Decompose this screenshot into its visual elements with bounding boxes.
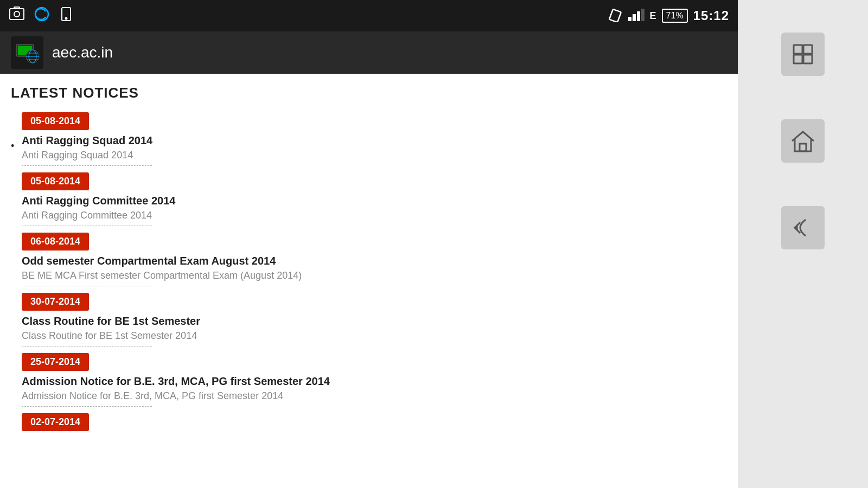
signal-icon [628,7,648,25]
svg-rect-8 [633,14,636,21]
site-url: aec.ac.in [52,44,113,61]
svg-point-5 [66,18,67,20]
list-item[interactable]: 05-08-2014 Anti Ragging Committee 2014 A… [11,172,722,226]
rotate-icon [608,7,623,25]
status-bar: E 71% 15:12 [0,0,738,31]
notice-subtitle-2: Anti Ragging Committee 2014 [22,210,722,221]
content-area: LATEST NOTICES 05-08-2014 Anti Ragging S… [0,74,738,488]
signal-e: E [650,10,656,22]
svg-rect-19 [803,45,812,54]
svg-rect-7 [628,17,631,21]
list-item[interactable]: 02-07-2014 [11,413,722,435]
status-time: 15:12 [693,8,729,23]
notice-title-5: Admission Notice for B.E. 3rd, MCA, PG f… [22,375,722,388]
notice-title-3: Odd semester Compartmental Exam August 2… [22,255,722,267]
svg-rect-0 [10,9,24,20]
photo-icon [9,6,25,25]
notice-divider [22,226,152,226]
notice-title-4: Class Routine for BE 1st Semester [22,315,722,328]
status-bar-left [9,6,74,25]
notice-subtitle-1: Anti Ragging Squad 2014 [22,150,722,161]
notice-divider [22,406,152,407]
list-item[interactable]: 30-07-2014 Class Routine for BE 1st Seme… [11,293,722,346]
svg-rect-6 [609,9,621,22]
notice-title-1: Anti Ragging Squad 2014 [22,134,722,147]
right-panel [738,0,868,488]
notice-divider [22,286,152,286]
svg-rect-10 [641,9,644,21]
tablet-icon [59,7,74,25]
notice-date-5: 25-07-2014 [22,353,89,371]
battery-indicator: 71% [662,9,688,23]
svg-rect-2 [14,7,20,9]
back-button[interactable] [781,206,825,249]
section-title: LATEST NOTICES [11,85,722,101]
list-item[interactable]: 05-08-2014 Anti Ragging Squad 2014 Anti … [11,112,722,166]
notice-date-4: 30-07-2014 [22,293,89,311]
notice-date-3: 06-08-2014 [22,233,89,251]
svg-rect-20 [794,55,802,63]
svg-rect-18 [794,45,802,54]
svg-rect-21 [803,55,812,63]
list-item[interactable]: 25-07-2014 Admission Notice for B.E. 3rd… [11,353,722,407]
notice-date-6: 02-07-2014 [22,413,89,431]
svg-rect-9 [637,11,640,21]
home-button[interactable] [781,119,825,163]
notice-subtitle-4: Class Routine for BE 1st Semester 2014 [22,330,722,342]
notice-divider [22,346,152,346]
svg-rect-22 [800,144,806,151]
notice-date-2: 05-08-2014 [22,172,89,190]
list-item[interactable]: 06-08-2014 Odd semester Compartmental Ex… [11,233,722,286]
notice-title-2: Anti Ragging Committee 2014 [22,195,722,207]
notices-list: 05-08-2014 Anti Ragging Squad 2014 Anti … [11,112,722,435]
notice-date-1: 05-08-2014 [22,112,89,130]
browser-header: aec.ac.in [0,31,738,74]
browser-icon [34,6,50,25]
windows-button[interactable] [781,33,825,76]
status-bar-right: E 71% 15:12 [608,7,729,25]
notice-subtitle-5: Admission Notice for B.E. 3rd, MCA, PG f… [22,390,722,402]
notice-divider [22,165,152,166]
notice-subtitle-3: BE ME MCA First semester Compartmental E… [22,270,722,281]
svg-point-1 [14,11,20,17]
site-logo [11,36,43,69]
